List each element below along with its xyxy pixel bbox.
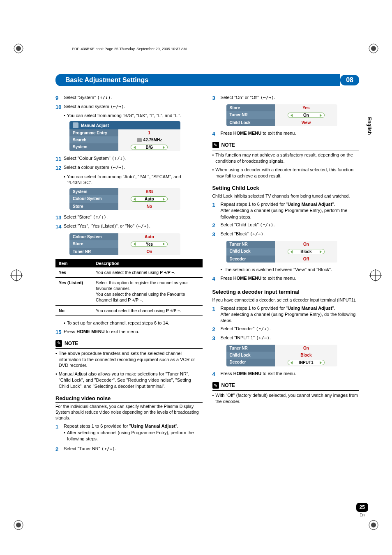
svg-point-5 <box>16 523 21 527</box>
osd-menu-manual-adjust: Manual Adjust Programme Entry1 Search42.… <box>69 121 180 151</box>
arrows-icon: (←/→) <box>261 95 274 100</box>
step-number: 1 <box>212 201 221 220</box>
step-number: 1 <box>55 423 64 444</box>
svg-point-1 <box>16 46 21 51</box>
step-text: Press <box>221 276 233 281</box>
note-label: NOTE <box>221 142 235 148</box>
menu-value: Auto <box>118 233 180 240</box>
arrows-icon: (←/→) <box>111 165 124 170</box>
crop-mark-icon <box>368 520 379 530</box>
note-label: NOTE <box>65 341 78 346</box>
crop-mark-icon <box>13 43 24 54</box>
arrows-icon: (←/→) <box>250 231 263 237</box>
step-text: Select a colour system <box>64 165 111 170</box>
arrows-icon: (←/→) <box>136 223 149 229</box>
step-number: 4 <box>212 371 221 378</box>
note-icon: ✎ <box>212 142 219 148</box>
step-number: 1 <box>212 305 221 324</box>
menu-label: Decoder <box>226 359 275 366</box>
note-text: When using a decoder with a decoder term… <box>215 167 359 179</box>
menu-label: Child Lock <box>226 248 275 256</box>
step-text: Select "Tuner NR" <box>64 446 101 451</box>
step-text: Select "System" <box>64 95 97 100</box>
osd-menu-store: Colour SystemAuto StoreYes Tuner NROn <box>69 233 180 255</box>
registration-mark-icon <box>369 269 382 281</box>
step-text: Select "Store" <box>64 214 93 219</box>
menu-value: No <box>118 203 180 210</box>
arrows-icon: (←/→) <box>111 104 124 109</box>
menu-label: Tuner NR <box>226 111 275 119</box>
menu-label: Colour System <box>69 233 118 240</box>
step-text: Select "INPUT 1" <box>221 335 256 340</box>
menu-value: B/G <box>118 188 180 195</box>
page-number: 25 <box>356 503 368 512</box>
step-text: Repeat steps 1 to 6 provided for " <box>221 306 288 311</box>
menu-icon <box>73 122 78 128</box>
note-icon: ✎ <box>55 340 62 347</box>
title-bar: Basic Adjustment Settings 08 <box>55 74 359 86</box>
step-number: 2 <box>55 446 64 453</box>
menu-value: B/G <box>118 143 180 151</box>
step-sub: After selecting a channel (using Program… <box>221 208 348 219</box>
osd-menu-colour-system: SystemB/G Colour SystemAuto StoreNo <box>69 188 180 210</box>
bullet-text: To set up for another channel, repeat st… <box>67 320 203 326</box>
description-table: ItemDescription YesYou can select the ch… <box>55 259 203 316</box>
menu-label: System <box>69 143 118 151</box>
menu-value: 42.75MHz <box>118 136 180 143</box>
table-cell: Select this option to register the chann… <box>92 277 203 305</box>
bullet-text: You can select from among "B/G", "D/K", … <box>67 113 203 119</box>
step-text: Select "Colour System" <box>64 156 112 161</box>
step-number: 2 <box>212 326 221 333</box>
bullet-text: After selecting a channel (using Program… <box>67 430 203 442</box>
osd-menu-child-lock: Tuner NROn Child LockBlock DecoderOff <box>226 241 337 263</box>
svg-point-3 <box>371 46 376 51</box>
bullet-text: You can select from among "Auto", "PAL",… <box>67 174 203 186</box>
language-tab: English <box>367 117 372 135</box>
table-header: Item <box>55 259 92 267</box>
arrows-icon: (↑/↓) <box>256 326 270 332</box>
step-text: Select "Decoder" <box>221 326 256 331</box>
section-title: Reducing video noise <box>55 395 203 403</box>
step-text: Repeat steps 1 to 6 provided for " <box>221 202 288 207</box>
right-column: 3Select "On" or "Off" (←/→). StoreYes Tu… <box>212 94 360 455</box>
step-number: 4 <box>212 275 221 283</box>
crop-mark-icon <box>13 520 24 530</box>
table-cell: Yes <box>55 267 92 278</box>
menu-label: Store <box>69 240 118 248</box>
note-text: With "Off" (factory default) selected, y… <box>215 392 359 405</box>
menu-label: Search <box>69 136 118 143</box>
table-cell: Yes (Listed) <box>55 277 92 305</box>
arrows-icon: (↑/↓) <box>97 95 111 100</box>
arrows-icon: (↑/↓) <box>260 222 273 228</box>
menu-value: On <box>275 241 337 248</box>
menu-value: Block <box>275 248 337 256</box>
menu-value: 1 <box>118 129 180 136</box>
table-cell: You cannot select the channel using P +/… <box>92 305 203 315</box>
menu-label: Child Lock <box>226 352 275 359</box>
arrows-icon: (↑/↓) <box>101 446 115 451</box>
note-text: Manual Adjust also allows you to make se… <box>59 371 203 389</box>
page-title: Basic Adjustment Settings <box>55 74 340 86</box>
menu-label: Tuner NR <box>69 248 118 255</box>
menu-value: INPUT1 <box>275 359 337 366</box>
step-number: 11 <box>55 155 64 163</box>
section-sub: If you have connected a decoder, select … <box>212 297 360 303</box>
menu-value: On <box>118 248 180 255</box>
osd-menu-decoder: Tuner NROn Child LockBlock DecoderINPUT1 <box>226 345 337 366</box>
section-title: Setting Child Lock <box>212 185 360 192</box>
section-sub: For the individual channels, you can spe… <box>55 403 203 421</box>
step-number: 12 <box>55 164 64 172</box>
step-number: 10 <box>55 104 64 111</box>
menu-label: Child Lock <box>226 119 275 126</box>
menu-value: Yes <box>275 104 337 111</box>
menu-label: Store <box>226 104 275 111</box>
menu-label: Programme Entry <box>69 129 118 136</box>
book-header: PDP-436RXE.book Page 25 Thursday, Septem… <box>72 47 187 51</box>
table-header: Description <box>92 259 203 267</box>
section-title: Selecting a decoder input terminal <box>212 289 360 296</box>
svg-point-7 <box>371 523 376 527</box>
menu-value: View <box>275 119 337 126</box>
menu-value: Off <box>275 256 337 263</box>
step-number: 15 <box>55 329 64 336</box>
menu-value: Yes <box>118 240 180 248</box>
